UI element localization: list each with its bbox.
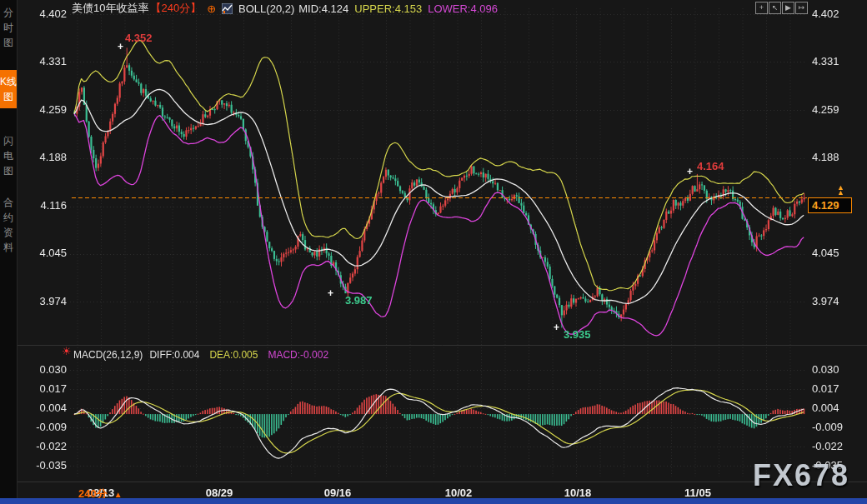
- macd-value: MACD:-0.002: [268, 349, 328, 361]
- macd-dea-value: DEA:0.005: [209, 349, 258, 361]
- date-tick: 08/29: [206, 487, 233, 499]
- macd-tick-left: -0.035: [18, 459, 67, 472]
- chart-type-icon[interactable]: [222, 3, 233, 14]
- zoom-area-icon[interactable]: ↖: [769, 2, 781, 14]
- instrument-title: 美债10年收益率: [72, 1, 148, 16]
- swing-cross-marker: +: [118, 42, 123, 51]
- price-tick-left: 4.331: [18, 55, 67, 67]
- swing-cross-marker: +: [687, 167, 693, 176]
- price-tick-right: 4.331: [812, 55, 860, 67]
- price-tick-right: 4.188: [812, 151, 860, 163]
- price-tick-right: 4.259: [812, 103, 860, 116]
- chart-type-sidebar: 分时图 K线图 闪电图 合约资料: [0, 0, 18, 504]
- price-tick-left: 4.045: [18, 247, 67, 259]
- sidebar-item-timeshare-chart[interactable]: 分时图: [0, 5, 17, 50]
- current-price-tag: 4.129: [808, 197, 852, 213]
- macd-tick-left: 0.017: [18, 382, 67, 395]
- macd-tick-left: 0.004: [18, 402, 67, 414]
- grid-layout-icon[interactable]: +: [755, 2, 768, 14]
- macd-tick-right: 0.017: [812, 382, 860, 395]
- swing-high-annotation: 4.164: [697, 160, 724, 172]
- charting-app-window: 分时图 K线图 闪电图 合约资料 美债10年收益率 【240分】 ⊕ BOLL(…: [0, 0, 867, 504]
- date-tick: 11/05: [684, 487, 711, 499]
- macd-header: MACD(26,12,9) DIFF:0.004 DEA:0.005 MACD:…: [73, 349, 328, 361]
- macd-indicator-label: MACD(26,12,9): [73, 349, 143, 361]
- boll-lower-value: LOWER:4.096: [428, 2, 498, 15]
- macd-tick-left: 0.030: [18, 363, 67, 376]
- boll-mid-value: MID:4.124: [298, 2, 348, 15]
- price-tick-left: 4.402: [18, 7, 67, 20]
- alert-flash-icon[interactable]: ☀: [62, 345, 72, 357]
- date-tick: 10/02: [445, 487, 473, 499]
- period-tag: 【240分】: [150, 1, 201, 16]
- price-chart-canvas[interactable]: [0, 0, 867, 504]
- swing-low-annotation: 3.935: [564, 328, 591, 341]
- macd-diff-value: DIFF:0.004: [149, 349, 199, 361]
- swing-cross-marker: +: [554, 323, 559, 332]
- macd-tick-right: 0.030: [812, 363, 860, 376]
- add-indicator-icon[interactable]: ⊕: [207, 2, 216, 15]
- macd-tick-right: -0.009: [812, 421, 860, 433]
- macd-tick-right: 0.004: [812, 402, 860, 414]
- price-tick-right: 4.402: [812, 7, 860, 20]
- sidebar-item-kline-chart[interactable]: K线图: [0, 70, 17, 108]
- sidebar-item-contract-info[interactable]: 合约资料: [0, 195, 17, 255]
- price-tick-right: 4.045: [812, 247, 860, 259]
- swing-cross-marker: +: [328, 289, 333, 297]
- date-tick: 09/16: [324, 487, 352, 499]
- fx678-watermark: FX678: [753, 458, 849, 493]
- play-forward-icon[interactable]: ▶: [782, 2, 794, 14]
- swing-low-annotation: 3.987: [345, 294, 373, 307]
- chart-header: 美债10年收益率 【240分】 ⊕ BOLL(20,2) MID:4.124 U…: [72, 2, 498, 15]
- price-tick-left: 3.974: [18, 295, 67, 307]
- price-tick-right: 3.974: [812, 295, 860, 307]
- sidebar-item-lightning-chart[interactable]: 闪电图: [0, 133, 17, 178]
- macd-tick-left: -0.009: [18, 421, 67, 433]
- boll-indicator-label: BOLL(20,2): [238, 2, 294, 15]
- pop-out-icon[interactable]: ↦: [795, 2, 808, 14]
- price-tick-left: 4.116: [18, 199, 67, 212]
- date-tick: 10/18: [564, 487, 592, 499]
- price-up-arrows-icon: ▲▲: [837, 185, 844, 195]
- macd-tick-right: -0.022: [812, 440, 860, 452]
- swing-high-annotation: 4.352: [125, 32, 153, 44]
- price-tick-left: 4.259: [18, 103, 67, 116]
- boll-upper-value: UPPER:4.153: [354, 2, 422, 15]
- price-tick-left: 4.188: [18, 151, 67, 163]
- bottom-accent-bar: [0, 498, 867, 504]
- macd-tick-left: -0.022: [18, 440, 67, 452]
- period-dropdown-arrow-icon: ▲: [114, 490, 123, 499]
